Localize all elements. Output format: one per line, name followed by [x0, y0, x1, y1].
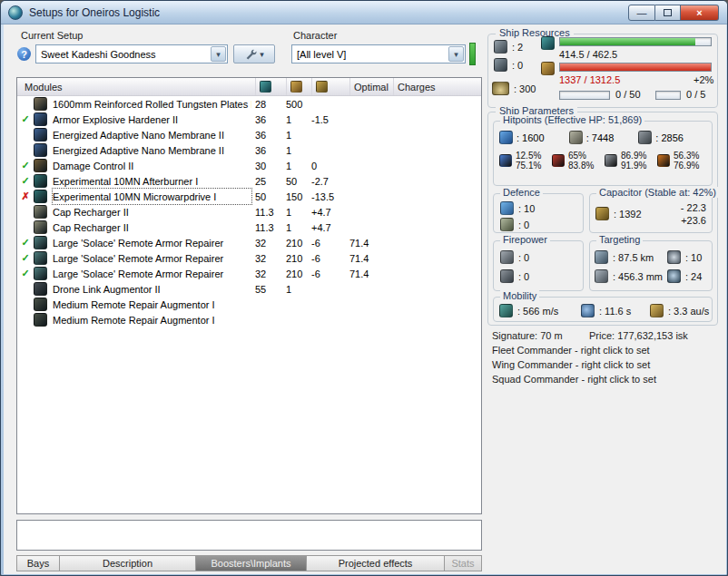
- module-capacitor: -6: [308, 250, 346, 266]
- module-powergrid: 1: [282, 281, 308, 297]
- module-optimal: [346, 204, 389, 220]
- capacitor-column-header[interactable]: [312, 78, 350, 95]
- module-check-icon: ✓: [17, 158, 34, 173]
- module-status-blank: [17, 204, 34, 220]
- module-charges: [389, 281, 481, 297]
- chevron-down-icon[interactable]: ▾: [448, 46, 464, 62]
- module-powergrid: 210: [282, 250, 308, 266]
- module-capacitor: -1.5: [308, 112, 346, 127]
- module-charges: [389, 204, 481, 220]
- setup-tools-button[interactable]: ▾: [233, 44, 275, 63]
- window-title: Setups for Oneiros Logistic: [29, 6, 160, 19]
- module-row[interactable]: 1600mm Reinforced Rolled Tungsten Plates…: [17, 96, 481, 112]
- module-row[interactable]: Cap Recharger II11.31+4.7: [17, 204, 481, 220]
- module-row[interactable]: ✓Damage Control II3010: [17, 158, 481, 173]
- chevron-down-icon[interactable]: ▾: [211, 46, 226, 62]
- hitpoints-title: Hitpoints (Effective HP: 51,869): [500, 114, 644, 125]
- module-check-icon: ✓: [17, 173, 34, 189]
- module-capacitor: -6: [308, 266, 346, 281]
- resists-row: 12.5%75.1%65%83.8%86.9%91.9%56.3%76.9%: [499, 151, 710, 171]
- module-row[interactable]: Medium Remote Repair Augmentor I: [17, 297, 481, 312]
- module-status-blank: [17, 96, 34, 112]
- module-charges: [389, 142, 481, 158]
- setup-combobox[interactable]: Sweet Kadeshi Goodness ▾: [35, 44, 228, 63]
- modules-header[interactable]: Modules Optimal Charges: [17, 78, 481, 96]
- turret-hardpoints-value: : 2: [512, 42, 523, 53]
- module-row[interactable]: ✓Large 'Solace' Remote Armor Repairer322…: [17, 250, 481, 266]
- description-box[interactable]: [16, 520, 482, 551]
- module-row[interactable]: Energized Adaptive Nano Membrane II361: [17, 142, 481, 158]
- optimal-column-header[interactable]: Optimal: [350, 78, 394, 95]
- targeting-panel: Targeting : 87.5 km : 10 : 456.3 mm : 24: [589, 240, 713, 291]
- module-icon: [34, 251, 47, 265]
- module-check-icon: ✓: [17, 266, 34, 281]
- max-velocity-icon: [499, 304, 513, 317]
- module-powergrid: 1: [282, 204, 308, 220]
- module-name: Cap Recharger II: [53, 204, 251, 220]
- cpu-icon: [541, 36, 555, 50]
- titlebar[interactable]: Setups for Oneiros Logistic: [1, 1, 727, 24]
- squad-commander-text[interactable]: Squad Commander - right click to set: [492, 374, 656, 385]
- close-icon: ×: [696, 7, 702, 18]
- cpu-bar-fill: [560, 38, 695, 45]
- fleet-commander-text[interactable]: Fleet Commander - right click to set: [492, 345, 650, 356]
- module-list: 1600mm Reinforced Rolled Tungsten Plates…: [17, 96, 481, 327]
- module-capacitor: [308, 142, 346, 158]
- module-row[interactable]: Energized Adaptive Nano Membrane II361: [17, 127, 481, 142]
- module-charges: [389, 96, 481, 112]
- resist-values: 65%83.8%: [568, 151, 594, 171]
- powergrid-column-header[interactable]: [287, 78, 312, 95]
- hull-hp: : 2856: [638, 131, 708, 144]
- resist-explosive: 56.3%76.9%: [657, 151, 710, 171]
- tab-projected-effects[interactable]: Projected effects: [307, 555, 445, 571]
- module-powergrid: 1: [282, 142, 308, 158]
- module-row[interactable]: ✗Experimental 10MN Microwarpdrive I50150…: [17, 189, 481, 204]
- module-name: Drone Link Augmentor II: [53, 281, 251, 297]
- module-cpu: [251, 312, 282, 327]
- rig-slots-text: 0 / 5: [686, 89, 705, 100]
- module-name: 1600mm Reinforced Rolled Tungsten Plates…: [53, 96, 251, 112]
- module-row[interactable]: ✓Experimental 10MN Afterburner I2550-2.7: [17, 173, 481, 189]
- minimize-button[interactable]: —: [628, 5, 655, 21]
- maximize-button[interactable]: [655, 5, 681, 21]
- module-cpu: 32: [251, 235, 282, 250]
- capacitor-title: Capacitor (Stable at: 42%): [596, 187, 719, 198]
- module-row[interactable]: ✓Large 'Solace' Remote Armor Repairer322…: [17, 266, 481, 281]
- module-powergrid: 500: [282, 96, 308, 112]
- module-icon: [34, 282, 47, 296]
- module-row[interactable]: ✓Large 'Solace' Remote Armor Repairer322…: [17, 235, 481, 250]
- module-name: Energized Adaptive Nano Membrane II: [53, 142, 251, 158]
- charges-column-header[interactable]: Charges: [394, 78, 481, 95]
- module-charges: [389, 112, 481, 127]
- character-combobox[interactable]: [All level V] ▾: [291, 44, 466, 63]
- cpu-column-header[interactable]: [256, 78, 287, 95]
- module-row[interactable]: Medium Remote Repair Augmentor I: [17, 312, 481, 327]
- module-status-blank: [17, 297, 34, 312]
- module-row[interactable]: Drone Link Augmentor II551: [17, 281, 481, 297]
- module-icon: [34, 174, 47, 188]
- volley-icon: [500, 250, 514, 264]
- capacitor-amount: : 1392: [614, 209, 642, 220]
- modules-column-header[interactable]: Modules: [17, 78, 256, 95]
- module-row[interactable]: Cap Recharger II11.31+4.7: [17, 220, 481, 235]
- module-icon: [34, 97, 47, 111]
- tab-description[interactable]: Description: [60, 555, 196, 571]
- module-name: Large 'Solace' Remote Armor Repairer: [53, 250, 251, 266]
- module-name: Experimental 10MN Microwarpdrive I: [53, 189, 251, 204]
- module-optimal: 71.4: [346, 266, 389, 281]
- tab-bays[interactable]: Bays: [16, 555, 60, 571]
- module-status-blank: [17, 142, 34, 158]
- cpu-bar: [559, 37, 712, 46]
- tab-boosters-implants[interactable]: Boosters\Implants: [196, 555, 307, 571]
- close-button[interactable]: ×: [681, 5, 719, 21]
- module-optimal: [346, 189, 389, 204]
- wing-commander-text[interactable]: Wing Commander - right click to set: [492, 359, 650, 370]
- module-cpu: 36: [251, 142, 282, 158]
- align-time-icon: [581, 304, 595, 317]
- module-powergrid: [282, 297, 308, 312]
- module-charges: [389, 312, 481, 327]
- module-row[interactable]: ✓Armor Explosive Hardener II361-1.5: [17, 112, 481, 127]
- help-icon[interactable]: ?: [17, 47, 31, 61]
- module-cpu: 36: [251, 127, 282, 142]
- signature-text: Signature: 70 m: [492, 330, 563, 341]
